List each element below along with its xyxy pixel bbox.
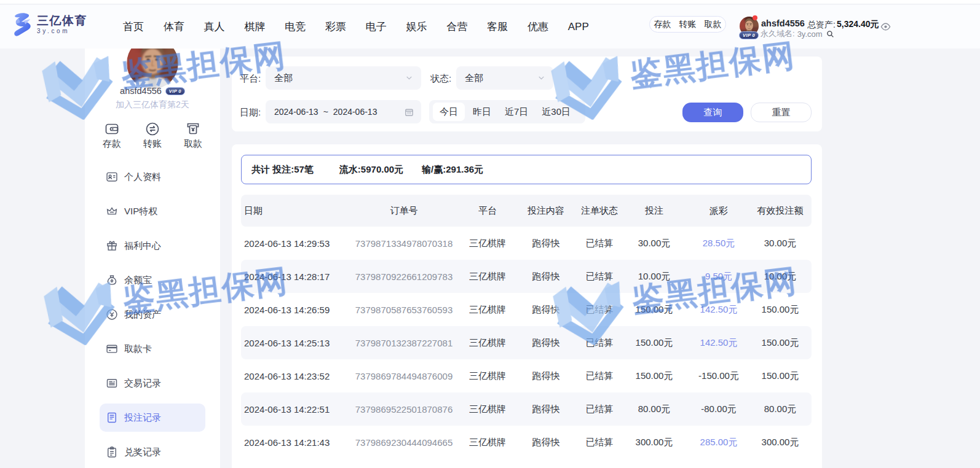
date-to: 2024-06-13 [333, 107, 377, 117]
rewards-icon [106, 446, 118, 458]
side-menu: 个人资料 VIP特权 福利中心 余额宝 我的资产 [85, 160, 220, 468]
status-label: 状态: [430, 73, 451, 85]
magnifier-icon[interactable] [826, 30, 834, 38]
nav-item-home[interactable]: 首页 [123, 20, 164, 34]
sidebar-item-welfare[interactable]: 福利中心 [85, 228, 220, 263]
nav-item-live[interactable]: 真人 [204, 20, 245, 34]
sidebar-item-profile[interactable]: 个人资料 [85, 160, 220, 194]
wallet-pill: 存款 转账 取款 [649, 16, 726, 33]
nav-item-esports[interactable]: 电竞 [285, 20, 325, 34]
deposit-link[interactable]: 存款 [654, 19, 671, 30]
nav-item-entertainment[interactable]: 娱乐 [406, 20, 447, 34]
sidebar: ahsfd4556 VIP 0 加入三亿体育第2天 存款 转账 取款 [85, 48, 220, 468]
nav-item-slots[interactable]: 电子 [366, 20, 406, 34]
summary-flow: 流水:5970.00元 [339, 164, 403, 176]
records-card: 共计 投注:57笔 流水:5970.00元 输/赢:291.36元 日期 订单号… [232, 144, 822, 468]
nav-item-promo[interactable]: 优惠 [528, 20, 568, 34]
table-row: 2024-06-13 14:23:52 7379869784494876009 … [241, 359, 812, 392]
assets-value: 5,324.40元 [837, 19, 879, 30]
range-30days[interactable]: 近30日 [535, 103, 577, 121]
quick-range-group: 今日 昨日 近7日 近30日 [429, 100, 585, 123]
brand-domain: 3y.com [37, 28, 87, 35]
vip-badge: VIP 0 [739, 28, 759, 39]
sidebar-item-bet-records[interactable]: 投注记录 [85, 400, 220, 435]
domain-value: 3y.com [797, 29, 823, 39]
table-header: 日期 订单号 平台 投注内容 注单状态 投注 派彩 有效投注额 [241, 195, 812, 227]
summary-bar: 共计 投注:57笔 流水:5970.00元 输/赢:291.36元 [241, 155, 812, 184]
platform-label: 平台: [240, 73, 261, 85]
eye-icon[interactable] [880, 21, 891, 34]
transfer-icon [145, 122, 160, 136]
sidebar-item-yuebao[interactable]: 余额宝 [85, 263, 220, 297]
brand-logo[interactable]: 三亿体育 3y.com [12, 12, 87, 37]
bets-icon [106, 411, 118, 424]
profile-vip-badge: VIP 0 [165, 87, 185, 95]
sidebar-item-assets[interactable]: 我的资产 [85, 297, 220, 332]
nav-item-service[interactable]: 客服 [487, 20, 528, 34]
table-row: 2024-06-13 14:22:51 7379869522501870876 … [241, 392, 812, 426]
date-label: 日期: [240, 107, 261, 119]
profile-join-text: 加入三亿体育第2天 [85, 99, 220, 111]
filter-card: 平台: 全部 状态: 全部 日期: 2024-06-13 ~ 2024-06-1… [232, 57, 822, 131]
navbar: 三亿体育 3y.com 首页 体育 真人 棋牌 电竞 彩票 电子 娱乐 合营 客… [0, 5, 980, 49]
profile-username: ahsfd4556 [120, 86, 162, 96]
assets-icon [106, 308, 118, 321]
nav-item-app[interactable]: APP [568, 21, 609, 33]
wallet-icon [105, 122, 119, 136]
chevron-down-icon [537, 73, 545, 84]
transfer-link[interactable]: 转账 [679, 19, 697, 30]
sidebar-item-withdraw-card[interactable]: 取款卡 [85, 332, 220, 366]
withdraw-icon [186, 122, 200, 136]
table-row: 2024-06-13 14:29:53 7379871334978070318 … [241, 227, 812, 260]
summary-total: 共计 投注:57笔 [251, 164, 314, 176]
table-row: 2024-06-13 14:28:17 7379870922661209783 … [241, 260, 812, 293]
date-separator: ~ [323, 107, 328, 117]
moneybag-icon [106, 274, 118, 286]
range-yesterday[interactable]: 昨日 [466, 103, 498, 121]
table-row: 2024-06-13 14:25:13 7379870132387227081 … [241, 326, 812, 359]
crown-icon [106, 205, 118, 217]
bankcard-icon [106, 343, 118, 355]
calendar-icon [405, 107, 414, 117]
quick-withdraw[interactable]: 取款 [184, 122, 202, 150]
sidebar-item-vip[interactable]: VIP特权 [85, 194, 220, 228]
username: ahsfd4556 [761, 18, 805, 28]
profile-avatar[interactable] [127, 48, 178, 89]
id-card-icon [106, 171, 118, 183]
date-from: 2024-06-13 [274, 107, 318, 117]
platform-select[interactable]: 全部 [266, 66, 421, 90]
bet-table: 日期 订单号 平台 投注内容 注单状态 投注 派彩 有效投注额 2024-06-… [241, 195, 812, 459]
search-button[interactable]: 查询 [682, 103, 743, 122]
brand-logo-icon [12, 12, 33, 37]
nav-item-lottery[interactable]: 彩票 [325, 20, 366, 34]
quick-deposit[interactable]: 存款 [103, 122, 121, 150]
quick-transfer[interactable]: 转账 [143, 122, 162, 150]
status-select[interactable]: 全部 [456, 66, 553, 90]
nav-item-cards[interactable]: 棋牌 [244, 20, 285, 34]
range-7days[interactable]: 近7日 [498, 103, 535, 121]
table-row: 2024-06-13 14:21:43 7379869230444094665 … [241, 426, 812, 459]
sidebar-item-transactions[interactable]: 交易记录 [85, 366, 220, 400]
quick-actions: 存款 转账 取款 [85, 122, 220, 150]
transactions-icon [106, 377, 118, 389]
reset-button[interactable]: 重置 [751, 103, 812, 122]
domain-row: 永久域名: 3y.com [761, 28, 834, 39]
nav-item-partnership[interactable]: 合营 [446, 20, 487, 34]
top-strip [0, 0, 980, 4]
range-today[interactable]: 今日 [433, 103, 465, 121]
domain-label: 永久域名: [761, 28, 795, 39]
sidebar-item-reward-records[interactable]: 兑奖记录 [85, 435, 220, 468]
withdraw-link[interactable]: 取款 [705, 19, 722, 30]
notification-dot [753, 15, 757, 20]
brand-name: 三亿体育 [37, 14, 87, 27]
table-row: 2024-06-13 14:26:59 7379870587653760593 … [241, 293, 812, 326]
date-range-input[interactable]: 2024-06-13 ~ 2024-06-13 [266, 100, 421, 123]
chevron-down-icon [405, 73, 413, 84]
summary-winloss: 输/赢:291.36元 [422, 164, 483, 176]
gift-icon [106, 240, 118, 252]
nav-item-sports[interactable]: 体育 [164, 20, 204, 34]
nav-menu: 首页 体育 真人 棋牌 电竞 彩票 电子 娱乐 合营 客服 优惠 APP [123, 5, 609, 49]
